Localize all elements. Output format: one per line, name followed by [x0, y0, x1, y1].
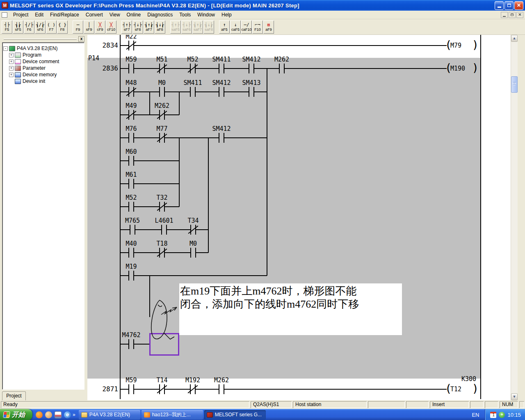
sidebar-item-device-init[interactable]: Device init: [3, 78, 83, 84]
menu-tools[interactable]: Tools: [176, 11, 194, 18]
menu-window[interactable]: Window: [194, 11, 218, 18]
ladder-contact-M52[interactable]: [128, 202, 129, 212]
menu-view[interactable]: View: [106, 11, 123, 18]
menu-project[interactable]: Project: [10, 11, 32, 18]
ladder-coil-T12[interactable]: ()T12K300: [445, 383, 479, 397]
tree-root-expander[interactable]: -: [3, 46, 8, 51]
sidebar-close-button[interactable]: x: [78, 36, 84, 42]
toolbar-button-F7[interactable]: ( )F7: [46, 21, 57, 34]
ladder-contact-M0[interactable]: [159, 87, 160, 97]
toolbar-button-F5[interactable]: ┤├F5: [2, 21, 12, 34]
child-window-icon[interactable]: [2, 12, 7, 18]
sidebar-item-parameter[interactable]: +Parameter: [3, 65, 83, 71]
toolbar-button-F8[interactable]: { }F8: [57, 21, 68, 34]
taskbar-button-hao123-[interactable]: hao123--我的上...: [142, 410, 203, 420]
tree-expander[interactable]: +: [9, 53, 14, 57]
toolbar-button-F10[interactable]: ⌐¬F10: [252, 21, 263, 34]
ladder-contact-SM412[interactable]: [249, 64, 249, 73]
ladder-contact-M59[interactable]: [128, 384, 129, 394]
ladder-contact-T14[interactable]: [159, 384, 160, 394]
ladder-contact-SM413[interactable]: [249, 87, 249, 97]
ladder-contact-M22[interactable]: [128, 41, 129, 50]
ladder-contact-M192[interactable]: [190, 384, 191, 394]
ladder-contact-T34[interactable]: [190, 225, 191, 235]
toolbar-button-caF10[interactable]: ─/caF10: [241, 21, 252, 34]
toolbar-button-cF10[interactable]: ╳cF10: [106, 21, 116, 34]
toolbar-button-sF7[interactable]: ┤↑├sF7: [121, 21, 132, 34]
ladder-contact-M0[interactable]: [190, 248, 191, 258]
quick-launch-overflow[interactable]: »: [73, 412, 75, 418]
tab-project[interactable]: Project: [2, 391, 26, 400]
toolbar-button-sF6[interactable]: ┧/┟sF6: [35, 21, 46, 34]
menu-diagnostics[interactable]: Diagnostics: [144, 11, 176, 18]
toolbar-button-sF5[interactable]: ┧┟sF5: [13, 21, 23, 34]
toolbar-button-aF7[interactable]: ┧↑┟aF7: [144, 21, 154, 34]
menu-find-replace[interactable]: Find/Replace: [47, 11, 82, 18]
taskbar-button-p4a-v3-28-e2-en-[interactable]: P4A V3.28 E2(EN): [79, 410, 140, 420]
menu-online[interactable]: Online: [123, 11, 144, 18]
sidebar-item-device-comment[interactable]: +Device comment: [3, 58, 83, 65]
mdi-minimize-button[interactable]: [501, 12, 508, 18]
ie-icon[interactable]: [64, 411, 71, 418]
tree-root[interactable]: -P4A V3.28 E2(EN): [3, 45, 83, 52]
ladder-contact-M51[interactable]: [159, 64, 160, 73]
scroll-down-button[interactable]: ▼: [511, 393, 518, 400]
tree-expander[interactable]: +: [9, 66, 14, 71]
ladder-canvas[interactable]: 2834M22()M79P142836M59M51M52SM411SM412M2…: [87, 35, 511, 400]
ladder-coil-M79[interactable]: ()M79: [445, 39, 479, 53]
user-icon[interactable]: [45, 411, 52, 418]
scroll-up-button[interactable]: ▲: [511, 35, 518, 42]
toolbar-button-sF9[interactable]: │sF9: [84, 21, 94, 34]
calendar-icon[interactable]: [490, 412, 496, 418]
menu-help[interactable]: Help: [218, 11, 235, 18]
ladder-contact-M262[interactable]: [219, 384, 219, 394]
ladder-coil-M190[interactable]: ()M190: [445, 62, 479, 76]
tree-expander[interactable]: +: [9, 59, 14, 64]
language-indicator[interactable]: EN: [466, 412, 485, 418]
ladder-contact-M52[interactable]: [190, 64, 191, 73]
ladder-contact-SM412[interactable]: [219, 87, 219, 97]
scroll-track[interactable]: [511, 42, 518, 393]
sidebar-item-device-memory[interactable]: +Device memory: [3, 71, 83, 78]
minimize-button[interactable]: [495, 1, 504, 10]
sidebar-drag-handle[interactable]: [4, 39, 77, 40]
shield-icon[interactable]: [499, 412, 505, 418]
ladder-contact-M40[interactable]: [128, 248, 129, 258]
toolbar-button-F6[interactable]: ┤/├F6: [24, 21, 34, 34]
toolbar-button-aF5[interactable]: ↑aF5: [219, 21, 230, 34]
tree-expander[interactable]: +: [9, 73, 14, 77]
start-button[interactable]: 开始: [0, 409, 32, 420]
ladder-contact-M60[interactable]: [128, 156, 129, 166]
ladder-contact-SM412[interactable]: [219, 133, 219, 143]
firefox-icon[interactable]: [36, 411, 43, 418]
toolbar-button-F9[interactable]: ─F9: [73, 21, 83, 34]
ladder-contact-M4762[interactable]: [128, 339, 129, 349]
scroll-thumb[interactable]: [511, 76, 518, 93]
ladder-contact-M77[interactable]: [159, 133, 160, 143]
ladder-contact-M765[interactable]: [130, 225, 130, 235]
picture-icon[interactable]: [55, 411, 62, 418]
ladder-contact-M262[interactable]: [279, 64, 280, 73]
ladder-contact-M59[interactable]: [128, 64, 129, 73]
ladder-contact-M76[interactable]: [128, 133, 129, 143]
sidebar-item-program[interactable]: +Program: [3, 52, 83, 58]
mdi-restore-button[interactable]: [509, 12, 516, 18]
ladder-contact-SM411[interactable]: [219, 64, 219, 73]
ladder-contact-T32[interactable]: [159, 202, 160, 212]
restore-button[interactable]: [504, 1, 514, 10]
close-button[interactable]: ✕: [514, 1, 523, 10]
toolbar-button-aF9[interactable]: ⊠aF9: [263, 21, 274, 34]
mdi-close-button[interactable]: ✕: [516, 12, 523, 18]
ladder-contact-L4601[interactable]: [161, 225, 162, 235]
ladder-contact-M19[interactable]: [128, 271, 129, 281]
ladder-contact-M49[interactable]: [128, 110, 129, 120]
ladder-contact-SM411[interactable]: [190, 87, 191, 97]
toolbar-button-sF8[interactable]: ┤↓├sF8: [132, 21, 143, 34]
ladder-contact-M48[interactable]: [128, 87, 129, 97]
toolbar-button-cF9[interactable]: ╳cF9: [95, 21, 105, 34]
menu-convert[interactable]: Convert: [82, 11, 106, 18]
toolbar-button-aF8[interactable]: ┧↓┟aF8: [155, 21, 165, 34]
toolbar-button-caF5[interactable]: ↓caF5: [230, 21, 241, 34]
ladder-contact-M262[interactable]: [159, 110, 160, 120]
taskbar-button-melsoft-series-g-[interactable]: MELSOFT series G...: [204, 410, 266, 420]
